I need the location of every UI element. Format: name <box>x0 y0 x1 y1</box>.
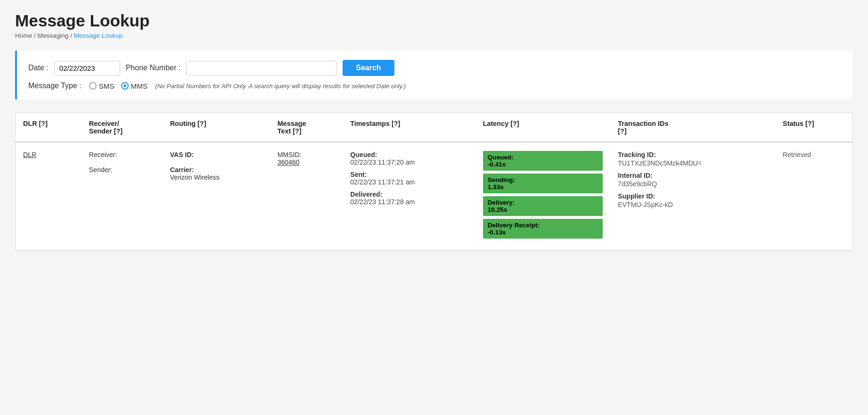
results-table: DLR [?] Receiver/Sender [?] Routing [?] … <box>16 113 852 250</box>
dlr-link[interactable]: DLR <box>23 151 36 158</box>
latency-dr-badge: Delivery Receipt: -0.13s <box>483 219 603 239</box>
cell-receiver-sender: Receiver: Sender: <box>82 142 163 250</box>
phone-label: Phone Number : <box>126 64 181 72</box>
col-routing: Routing [?] <box>163 113 270 142</box>
search-row: Date : Phone Number : Search <box>28 60 842 76</box>
latency-queued-badge: Queued: -0.41s <box>483 151 603 171</box>
cell-timestamps: Queued: 02/22/23 11:37:20 am Sent: 02/22… <box>343 142 475 250</box>
carrier: Carrier: Verizon Wireless <box>170 166 262 181</box>
receiver-label: Receiver: <box>89 151 155 158</box>
ts-delivered: Delivered: 02/22/23 11:37:28 am <box>350 191 468 206</box>
vas-id: VAS ID: <box>170 151 262 158</box>
col-status: Status [?] <box>775 113 852 142</box>
mms-label: MMS <box>131 82 147 90</box>
mmsid-link[interactable]: 360460 <box>278 158 300 166</box>
results-table-container: DLR [?] Receiver/Sender [?] Routing [?] … <box>15 113 853 251</box>
status-text: Retrieved <box>783 151 811 158</box>
message-type-label: Message Type : <box>28 82 82 90</box>
date-label: Date : <box>28 64 49 72</box>
cell-transaction-ids: Tracking ID: TU1TXzE3NDc5Mzk4MDU= Intern… <box>610 142 775 250</box>
cell-routing: VAS ID: Carrier: Verizon Wireless <box>163 142 270 250</box>
sender-label: Sender: <box>89 166 155 174</box>
latency-sending-badge: Sending: 1.33s <box>483 174 603 193</box>
phone-input[interactable] <box>186 61 337 75</box>
search-hint: (No Partial Numbers for API Only. A sear… <box>155 83 406 90</box>
cell-latency: Queued: -0.41s Sending: 1.33s Delivery: … <box>475 142 611 250</box>
col-latency: Latency [?] <box>475 113 611 142</box>
page-title: Message Lookup <box>15 11 853 30</box>
col-receiver-sender: Receiver/Sender [?] <box>82 113 163 142</box>
mmsid: MMSID: 360460 <box>278 151 336 166</box>
mms-radio[interactable]: MMS <box>121 82 147 90</box>
sms-radio[interactable]: SMS <box>89 82 115 90</box>
search-button[interactable]: Search <box>343 60 394 76</box>
search-panel: Date : Phone Number : Search Message Typ… <box>15 50 853 100</box>
breadcrumb-messaging: Messaging <box>38 32 69 39</box>
cell-message-text: MMSID: 360460 <box>270 142 343 250</box>
radio-group: SMS MMS <box>89 82 147 90</box>
col-timestamps: Timestamps [?] <box>343 113 475 142</box>
breadcrumb-current[interactable]: Message Lookup <box>74 32 123 39</box>
sms-radio-circle <box>89 82 97 90</box>
ts-queued: Queued: 02/22/23 11:37:20 am <box>350 151 468 166</box>
sms-label: SMS <box>99 82 115 90</box>
cell-dlr: DLR <box>16 142 82 250</box>
col-dlr: DLR [?] <box>16 113 82 142</box>
breadcrumb-home: Home <box>15 32 32 39</box>
cell-status: Retrieved <box>775 142 852 250</box>
col-transaction-ids: Transaction IDs[?] <box>610 113 775 142</box>
table-header-row: DLR [?] Receiver/Sender [?] Routing [?] … <box>16 113 852 142</box>
message-type-row: Message Type : SMS MMS (No Partial Numbe… <box>28 82 842 90</box>
col-message-text: MessageText [?] <box>270 113 343 142</box>
table-row: DLR Receiver: Sender: VAS ID: <box>16 142 852 250</box>
breadcrumb: Home / Messaging / Message Lookup <box>15 32 853 39</box>
latency-delivery-badge: Delivery: 10.25s <box>483 196 603 216</box>
date-input[interactable] <box>54 61 120 75</box>
ts-sent: Sent: 02/22/23 11:37:21 am <box>350 171 468 186</box>
mms-radio-circle <box>121 82 129 90</box>
